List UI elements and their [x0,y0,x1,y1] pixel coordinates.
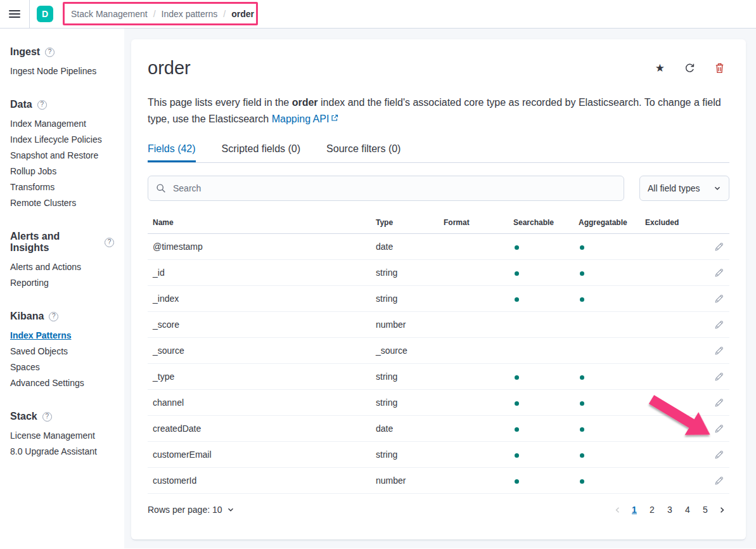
help-icon[interactable]: ? [37,100,47,110]
edit-field-button[interactable] [712,396,726,410]
table-row-customeremail: customerEmailstring [148,442,729,468]
sidebar-item-spaces[interactable]: Spaces [10,359,114,375]
table-header: NameTypeFormatSearchableAggregatableExcl… [148,211,729,234]
help-icon[interactable]: ? [105,238,114,247]
help-icon[interactable]: ? [42,412,52,422]
field-actions [697,292,729,306]
edit-field-button[interactable] [712,370,726,384]
next-page-button[interactable] [715,506,729,514]
sidebar-item-index-management[interactable]: Index Management [10,116,114,132]
edit-field-button[interactable] [712,240,726,254]
delete-index-pattern-button[interactable] [715,63,724,74]
breadcrumb-separator: / [153,9,156,19]
pencil-icon [714,294,724,304]
refresh-icon [684,63,695,74]
sidebar-item-license-management[interactable]: License Management [10,428,114,444]
field-aggregatable [573,449,640,460]
field-actions [697,396,729,410]
field-type: number [371,475,439,486]
sidebar-item-index-patterns[interactable]: Index Patterns [10,328,114,344]
sidebar-section-data: Data?Index ManagementIndex Lifecycle Pol… [10,99,114,211]
edit-field-button[interactable] [712,422,726,436]
sidebar-section-title: Data [10,99,32,110]
previous-page-button[interactable] [610,506,625,514]
table-body: @timestampdate_idstring_indexstring_scor… [148,234,729,494]
refresh-field-list-button[interactable] [684,63,695,74]
field-searchable [508,294,573,304]
description-text: This page lists every field in the [148,97,292,108]
pencil-icon [714,320,724,330]
external-link-icon [331,110,338,126]
sidebar-item-index-lifecycle-policies[interactable]: Index Lifecycle Policies [10,132,114,148]
edit-field-button[interactable] [712,266,726,280]
pencil-icon [714,268,724,278]
breadcrumb-index-patterns[interactable]: Index patterns [162,9,218,19]
pencil-icon [714,449,724,460]
sidebar-item-advanced-settings[interactable]: Advanced Settings [10,375,114,391]
field-type: date [371,242,439,252]
tab-fields-42[interactable]: Fields (42) [148,143,196,162]
page-title: order [148,56,191,80]
mapping-api-link[interactable]: Mapping API [272,113,330,124]
field-type-filter-dropdown[interactable]: All field types [639,176,729,201]
page-button-3[interactable]: 3 [662,502,678,517]
sidebar-item-8-0-upgrade-assistant[interactable]: 8.0 Upgrade Assistant [10,444,114,460]
edit-field-button[interactable] [712,292,726,306]
column-header-type: Type [371,218,439,227]
page-button-1[interactable]: 1 [626,502,643,517]
space-avatar[interactable]: D [37,6,53,22]
search-input[interactable] [172,183,616,194]
sidebar-item-snapshot-and-restore[interactable]: Snapshot and Restore [10,148,114,164]
sidebar-section-ingest: Ingest?Ingest Node Pipelines [10,46,114,79]
top-header-bar: D Stack Management / Index patterns / or… [0,0,756,29]
sidebar-item-transforms[interactable]: Transforms [10,179,114,195]
hamburger-menu-button[interactable] [0,0,30,28]
sidebar-item-rollup-jobs[interactable]: Rollup Jobs [10,164,114,179]
sidebar-section-title: Stack [10,411,37,422]
breadcrumb-separator: / [223,9,226,19]
field-actions [697,370,729,384]
sidebar-item-ingest-node-pipelines[interactable]: Ingest Node Pipelines [10,63,114,79]
field-type: string [371,268,439,278]
field-actions [697,344,729,358]
pencil-icon [714,475,724,486]
tab-source-filters-0[interactable]: Source filters (0) [326,143,400,162]
table-row-createddate: createdDatedate [148,416,729,442]
sidebar-item-remote-clusters[interactable]: Remote Clusters [10,195,114,211]
field-type: _source [371,346,439,356]
pencil-icon [714,371,724,382]
edit-field-button[interactable] [712,344,726,358]
pencil-icon [714,346,724,356]
help-icon[interactable]: ? [45,48,54,57]
field-searchable [508,242,573,252]
aggregatable-dot [580,271,584,276]
aggregatable-dot [580,401,584,406]
sidebar-item-alerts-and-actions[interactable]: Alerts and Actions [10,259,114,275]
rows-per-page-dropdown[interactable]: Rows per page: 10 [148,505,234,515]
sidebar-section-alerts-and-insights: Alerts and Insights?Alerts and ActionsRe… [10,231,114,291]
edit-field-button[interactable] [712,474,726,488]
favorite-button[interactable]: ★ [655,63,665,74]
tab-scripted-fields-0[interactable]: Scripted fields (0) [222,143,301,162]
table-row-type: _typestring [148,364,729,390]
page-description: This page lists every field in the order… [148,94,729,127]
help-icon[interactable]: ? [49,312,58,321]
aggregatable-dot [580,427,584,432]
edit-field-button[interactable] [712,318,726,332]
page-button-5[interactable]: 5 [697,502,714,517]
page-button-2[interactable]: 2 [644,502,660,517]
chevron-down-icon [714,184,721,192]
page-button-4[interactable]: 4 [679,502,696,517]
searchable-dot [515,453,519,458]
field-type: string [371,397,439,408]
sidebar-item-saved-objects[interactable]: Saved Objects [10,344,114,359]
sidebar-section-kibana: Kibana?Index PatternsSaved ObjectsSpaces… [10,311,114,391]
field-searchable [508,371,573,382]
title-actions: ★ [655,63,724,74]
sidebar-section-heading: Alerts and Insights? [10,231,114,254]
field-name: _id [148,268,371,278]
breadcrumb-stack-management[interactable]: Stack Management [71,9,148,19]
table-row-customerid: customerIdnumber [148,468,729,494]
sidebar-item-reporting[interactable]: Reporting [10,275,114,291]
edit-field-button[interactable] [712,448,726,462]
